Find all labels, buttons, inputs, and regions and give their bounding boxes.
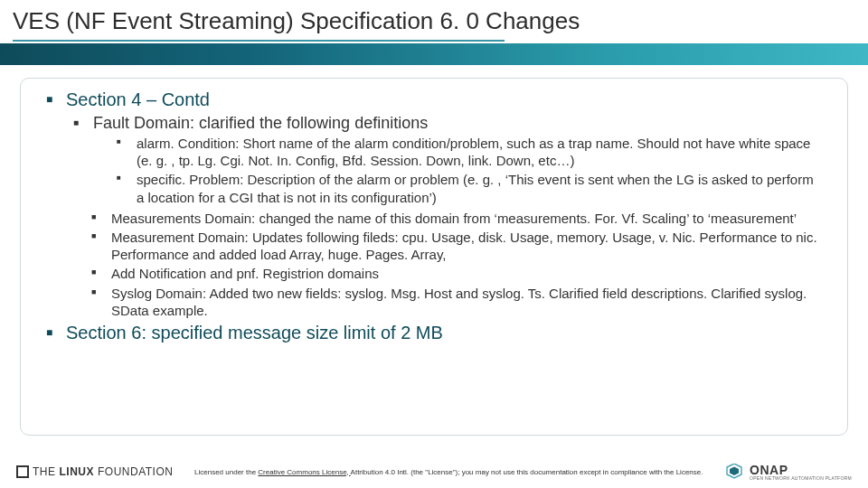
linux-foundation-logo: THE LINUX FOUNDATION	[16, 465, 173, 478]
content-card: Section 4 – Contd Fault Domain: clarifie…	[20, 78, 848, 436]
title-underline	[13, 40, 505, 42]
section-4-heading: Section 4 – Contd	[66, 89, 210, 109]
syslog-domain-updates: Syslog Domain: Added two new fields: sys…	[91, 285, 822, 319]
fault-domain-text: Fault Domain: clarified the following de…	[93, 114, 428, 132]
onap-mark-icon	[724, 464, 744, 480]
alarm-condition-def: alarm. Condition: Short name of the alar…	[117, 135, 822, 169]
slide: VES (NF Event Streaming) Specification 6…	[0, 0, 868, 488]
measurement-domain-updates: Measurement Domain: Updates following fi…	[91, 229, 822, 263]
lf-foundation: FOUNDATION	[98, 465, 173, 478]
specific-problem-def: specific. Problem: Description of the al…	[117, 171, 822, 205]
section-4-item: Section 4 – Contd Fault Domain: clarifie…	[46, 89, 822, 319]
license-pre: Licensed under the	[194, 468, 258, 476]
onap-main: ONAP	[750, 464, 852, 476]
lf-linux: LINUX	[60, 465, 95, 478]
footer: THE LINUX FOUNDATION Licensed under the …	[0, 455, 868, 488]
onap-text: ONAP OPEN NETWORK AUTOMATION PLATFORM	[750, 464, 852, 481]
title-band: VES (NF Event Streaming) Specification 6…	[0, 0, 868, 63]
license-post: Attribution 4.0 Intl. (the "License"); y…	[351, 468, 703, 476]
slide-title: VES (NF Event Streaming) Specification 6…	[13, 7, 580, 35]
license-link: Creative Commons License,	[258, 468, 350, 476]
onap-sub: OPEN NETWORK AUTOMATION PLATFORM	[750, 476, 852, 481]
fault-domain-item: Fault Domain: clarified the following de…	[73, 114, 822, 206]
measurements-domain-rename: Measurements Domain: changed the name of…	[91, 210, 822, 227]
lf-box-icon	[16, 465, 29, 478]
section-6-text: Section 6: specified message size limit …	[66, 323, 443, 343]
onap-logo: ONAP OPEN NETWORK AUTOMATION PLATFORM	[724, 464, 852, 481]
notification-domain-add: Add Notification and pnf. Registrion dom…	[91, 265, 822, 282]
lf-the: THE	[33, 465, 56, 478]
license-text: Licensed under the Creative Commons Lice…	[173, 468, 724, 476]
teal-divider-bar	[0, 43, 868, 65]
svg-marker-1	[730, 467, 739, 476]
section-6-item: Section 6: specified message size limit …	[46, 323, 822, 343]
